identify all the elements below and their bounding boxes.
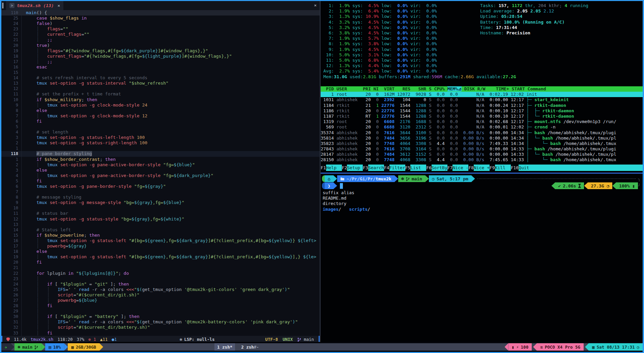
process-row[interactable]: 1187 rtkit RT 1 22776 1544 1288 S 0.0 0.…: [321, 114, 643, 119]
window-1-tab[interactable]: 1 zsh*: [214, 343, 235, 351]
diagnostic-error: ⊗ 1: [88, 337, 96, 342]
prompt-leader-dots: [477, 178, 636, 179]
statusline-filename: tmux2k.sh: [31, 337, 54, 342]
cpu-meter-row: 9: 1.9% sys: 4.5% low: 0.0% vir: 0.0%: [323, 47, 437, 52]
system-info-line: Time: 17:31:44: [480, 25, 588, 30]
cpu-meter-row: 3: 1.3% sys: 10.9% low: 0.0% vir: 0.0%: [323, 14, 437, 19]
powerline-arrow: [533, 343, 537, 351]
editor-statusline: 11.4k tmux2k.sh 118:20 37% ⊗ 1 ▲11 ●1 ✻ …: [1, 336, 320, 342]
fkey-kill[interactable]: Kill: [495, 165, 511, 171]
system-info-line: Tasks: 157, 1172 thr, 204 kthr; 4 runnin…: [480, 3, 588, 8]
system-info-line: Uptime: 05:28:54: [480, 14, 588, 19]
fkey-number: F8: [468, 165, 474, 171]
process-row[interactable]: 35823 abhishek 20 0 7748 4064 3308 S 4.4…: [321, 141, 643, 146]
code-line: 3 tmux set-option -g status-left-length …: [1, 135, 320, 140]
process-row[interactable]: 1186 rtkit 20 0 22776 1544 1288 S 0.0 0.…: [321, 108, 643, 114]
tab-tmux2k[interactable]: > tmux2k.sh (13) ×: [6, 1, 63, 10]
directory-entry[interactable]: scripts: [349, 207, 368, 212]
fkey-nice-[interactable]: Nice +: [474, 165, 490, 171]
code-line: 2 tmux set-option -g status-right-length…: [1, 140, 320, 146]
pane-divider-vertical[interactable]: [320, 1, 321, 342]
fkey-filter[interactable]: Filter: [389, 165, 405, 171]
git-branch-icon: [297, 337, 301, 342]
git-segment: ☻ main: [14, 343, 42, 351]
octocat-icon: ☻: [18, 345, 21, 350]
statusline-left-cap: [1, 336, 2, 342]
tab-close-icon[interactable]: ×: [58, 3, 60, 8]
fkey-bar-fill: [529, 165, 643, 171]
tabline-close-icon[interactable]: ×: [314, 3, 317, 8]
terminal-pane[interactable]: ⌂ ~/Pr/Gi/Pr/tmux2k ☻ main ◷ Sat, 5:17 p…: [321, 175, 643, 342]
powerline-arrow: [41, 343, 45, 351]
process-row[interactable]: 28150 abhishek 20 0 7748 4068 3308 S 4.4…: [321, 157, 643, 163]
ram-icon: ▩: [71, 345, 74, 350]
gear-icon: ✻: [180, 337, 182, 342]
terminal-cursor[interactable]: [340, 183, 343, 189]
error-icon: ⊗: [88, 337, 91, 342]
code-line: 2 │ tmux set-option -g pane-active-borde…: [1, 162, 320, 168]
statusline-right: UTF-8 UNIX main: [265, 336, 320, 342]
process-row[interactable]: 1319 root 20 0 6608 2176 1688 S 0.0 0.0 …: [321, 119, 643, 124]
process-table-header: PID USER PRI NI VIRT RES SHR S CPU% MEM%…: [321, 86, 643, 92]
code-line: 23 │ flags="": [1, 26, 320, 32]
cpu-meter-row: 1: 1.9% sys: 4.5% low: 0.0% vir: 0.0%: [323, 3, 437, 8]
calendar-icon: ▦: [592, 345, 595, 350]
fkey-help[interactable]: Help: [326, 165, 342, 171]
process-row[interactable]: 28147 abhishek 20 0 7484 3612 3152 S 0.0…: [321, 152, 643, 157]
prompt-status-segment: ✔2.06s: [555, 182, 584, 189]
octocat-icon: ☻: [401, 176, 404, 181]
window-2-tab[interactable]: 2 zsh#-: [238, 343, 262, 351]
code-line: 25 │ │ IFS=' ' read -r -a colors <<<"$(g…: [1, 287, 320, 292]
fkey-setup[interactable]: Setup: [347, 165, 363, 171]
code-line: 19 │ flags="#{?window_flags,#[fg=${dark_…: [1, 48, 320, 54]
ram-segment: ▩2GB/30GB: [68, 343, 99, 351]
fkey-sortby[interactable]: SortBy: [432, 165, 447, 171]
pane-divider-horizontal[interactable]: [321, 173, 643, 174]
process-row[interactable]: 1184 rtkit 21 1 22776 1544 1288 S 0.0 0.…: [321, 103, 643, 108]
cpu-meter-row: 12: 1.3% sys: 4.4% low: 0.0% vir: 0.0%: [323, 63, 437, 68]
system-info-line: Battery: 100.0% (Running on A/C): [480, 20, 588, 25]
fkey-quit[interactable]: Quit: [519, 165, 529, 171]
prompt-arrow-cap: [322, 182, 325, 189]
code-line: 13 tmux set-option -g status-interval "$…: [1, 81, 320, 86]
directory-entry[interactable]: images: [323, 207, 339, 212]
code-line: 9 tmux set-option -g message-style "bg=$…: [1, 200, 320, 205]
check-icon: ✔: [558, 183, 561, 188]
cpu-icon: ▤: [49, 345, 51, 350]
prompt-left-cap: [322, 175, 325, 182]
battery-segment: ▮⚡100: [508, 343, 532, 351]
process-row[interactable]: 35374 abhishek 20 0 7616 3644 3100 S 0.0…: [321, 130, 643, 136]
process-row[interactable]: 35814 abhishek 20 0 7484 3656 3196 S 0.0…: [321, 136, 643, 141]
cursor-position: 118:20: [57, 337, 72, 342]
fkey-number: F4: [384, 165, 389, 171]
powerline-arrow: [394, 175, 398, 182]
process-row[interactable]: 1031 abhishek 20 0 2392 104 0 S 0.0 0.0 …: [321, 97, 643, 102]
code-line: 17 │ powerbg=${gray}: [1, 243, 320, 249]
process-row[interactable]: 27843 abhishek 20 0 7616 3708 3164 S 0.0…: [321, 146, 643, 152]
fkey-number: F2: [342, 165, 347, 171]
tmux-session: > tmux2k.sh (13) × × 110main() {25 case …: [0, 0, 644, 353]
code-area[interactable]: 110main() {25 case $show_flags in24 fals…: [1, 10, 320, 336]
tab-title: tmux2k.sh (13): [17, 3, 54, 8]
fkey-list[interactable]: List: [410, 165, 426, 171]
code-line: 8 else: [1, 108, 320, 113]
code-line: 32 │ │ script="#($current_dir/battery.sh…: [1, 325, 320, 330]
fkey-number: F6: [426, 165, 432, 171]
os-icon: ⌂: [328, 176, 330, 181]
fkey-number: F9: [490, 165, 495, 171]
encoding: UTF-8: [265, 337, 278, 342]
cpu-segment: ▤10%: [45, 343, 64, 351]
code-line: 14 # Status left: [1, 227, 320, 233]
code-line: 24 false): [1, 21, 320, 26]
fkey-nice-[interactable]: Nice -: [452, 165, 468, 171]
fkey-search[interactable]: Search: [368, 165, 384, 171]
powerline-arrow: [11, 343, 14, 351]
process-row-selected[interactable]: 1 root 20 0 162M 12072 9028 S 0.0 0.0 N/…: [321, 92, 643, 97]
code-line: 9 │ tmux set-option -g clock-mode-style …: [1, 102, 320, 108]
code-line: 3 else: [1, 168, 320, 173]
powerline-arrow: [612, 182, 616, 189]
process-row[interactable]: 569 root 20 0 6688 3120 2312 S 0.0 0.0 N…: [321, 124, 643, 130]
process-table[interactable]: PID USER PRI NI VIRT RES SHR S CPU% MEM%…: [321, 86, 643, 163]
hourglass-icon: [578, 184, 581, 188]
code-line: 17 │ ;;: [1, 59, 320, 64]
